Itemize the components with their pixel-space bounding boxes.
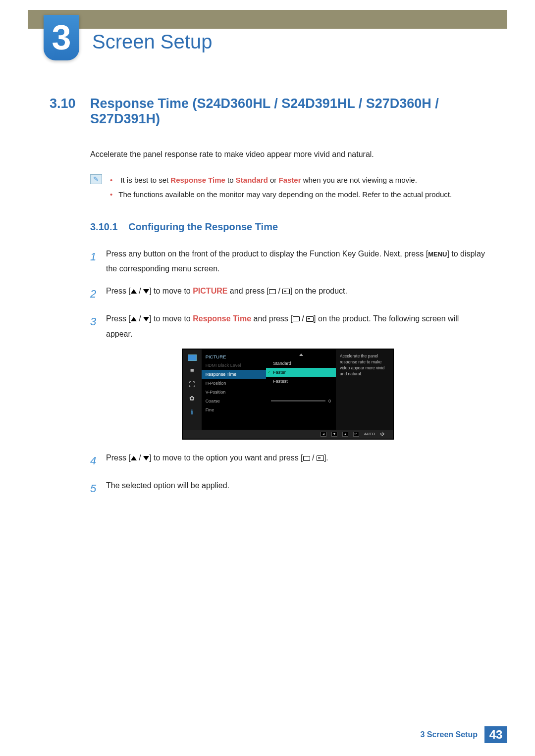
nav-enter-icon: ↵ [353,432,359,437]
nav-down-icon: ▾ [331,432,337,437]
info-tab-icon: ℹ [187,408,197,416]
osd-row-hdmi: HDMI Black Level [202,361,267,370]
step-1: 1 Press any button on the front of the p… [90,247,485,277]
nav-left-icon: ◂ [321,432,326,437]
select-enter-icon: / [269,284,290,299]
osd-side-icons: ≡ ⛶ ✿ ℹ [183,350,202,430]
up-down-icon: / [131,311,149,326]
select-enter-icon: / [303,451,324,465]
up-down-icon: / [131,284,149,299]
up-down-icon: / [131,451,149,465]
fine-slider-bar [271,400,325,402]
osd-screenshot: ≡ ⛶ ✿ ℹ PICTURE HDMI Black Level Respons… [182,349,394,440]
osd-description: Accelerate the panel response rate to ma… [336,350,393,430]
step-number: 5 [90,478,106,499]
chapter-title: Screen Setup [92,31,212,53]
osd-footer: ◂ ▾ ▴ ↵ AUTO ⏻ [183,430,393,439]
menu-button-label: MENU [428,251,447,258]
settings-tab-icon: ✿ [187,395,197,403]
osd-options: Standard Faster Fastest 0 [266,350,336,430]
osd-row-vposition: V-Position [202,388,267,397]
step-2: 2 Press [ / ] to move to PICTURE and pre… [90,284,485,304]
scroll-up-icon [299,353,303,356]
footer-chapter-label: 3 Screen Setup [420,730,478,739]
osd-row-coarse: Coarse [202,397,267,405]
section-heading: 3.10 Response Time (S24D360HL / S24D391H… [50,96,485,127]
auto-label: AUTO [364,432,375,436]
osd-row-hposition: H-Position [202,379,267,388]
fine-value: 0 [328,399,331,403]
subsection-number: 3.10.1 [90,221,118,232]
size-tab-icon: ⛶ [187,381,197,389]
note-item-2: The functions available on the monitor m… [110,188,452,202]
subsection-heading: 3.10.1 Configuring the Response Time [90,221,485,233]
note-item-1: It is best to set Response Time to Stand… [110,173,452,188]
page-footer: 3 Screen Setup 43 [420,726,507,743]
page-number-badge: 43 [484,726,507,743]
osd-row-fine: Fine [202,405,267,414]
osd-category: PICTURE [202,353,267,361]
step-number: 2 [90,284,106,304]
osd-row-response-time: Response Time [202,370,267,379]
osd-menu-list: PICTURE HDMI Black Level Response Time H… [202,350,267,430]
step-5: 5 The selected option will be applied. [90,478,485,499]
osd-option-fastest: Fastest [266,377,336,386]
picture-tab-icon [188,354,197,361]
select-enter-icon: / [293,311,314,326]
chapter-number-badge: 3 [44,15,79,60]
osd-option-standard: Standard [266,359,336,368]
step-number: 4 [90,451,106,471]
note-icon [90,174,102,184]
section-title: Response Time (S24D360HL / S24D391HL / S… [90,96,485,127]
step-number: 1 [90,247,106,267]
subsection-title: Configuring the Response Time [128,221,278,232]
section-number: 3.10 [50,96,90,111]
step-number: 3 [90,311,106,332]
nav-up-icon: ▴ [342,432,348,437]
step-3: 3 Press [ / ] to move to Response Time a… [90,311,485,342]
step-4: 4 Press [ / ] to move to the option you … [90,451,485,471]
note-box: It is best to set Response Time to Stand… [90,173,485,202]
intro-paragraph: Accelerate the panel response rate to ma… [90,149,485,160]
power-icon: ⏻ [380,432,384,436]
chapter-header: 3 Screen Setup [44,15,535,60]
osd-option-faster: Faster [266,368,336,377]
list-tab-icon: ≡ [187,367,197,375]
